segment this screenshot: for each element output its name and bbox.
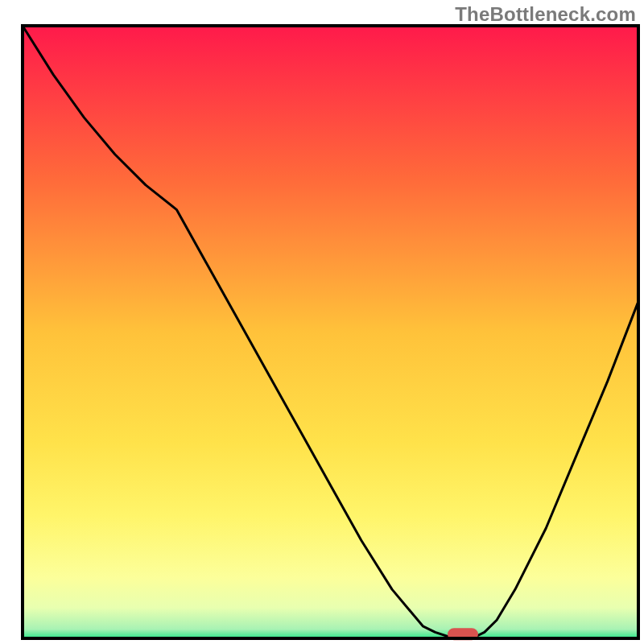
bottleneck-chart: [0, 0, 644, 644]
chart-root: TheBottleneck.com: [0, 0, 644, 644]
background-gradient: [23, 26, 638, 638]
